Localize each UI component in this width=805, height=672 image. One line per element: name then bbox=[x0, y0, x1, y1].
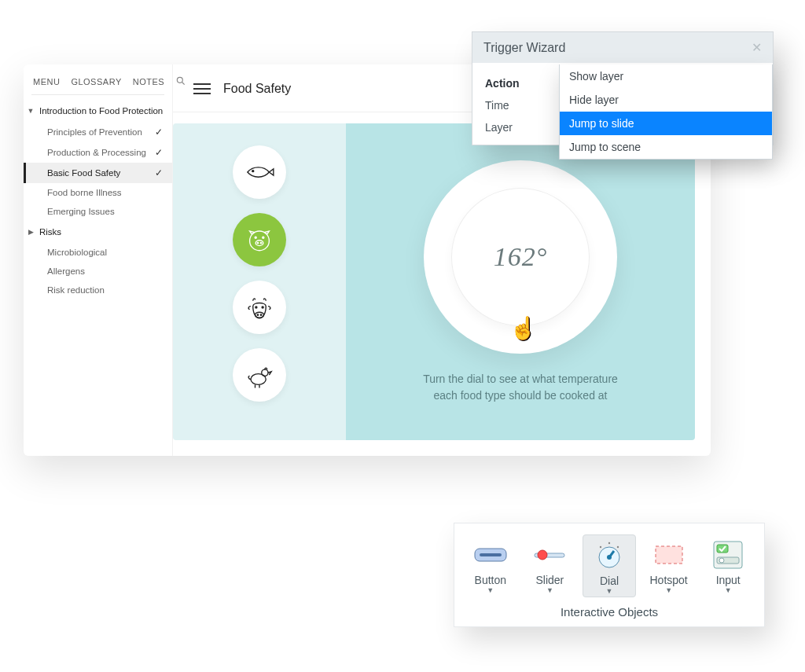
sidebar-item-label: Risk reduction bbox=[47, 285, 105, 295]
svg-rect-25 bbox=[656, 546, 682, 564]
action-option[interactable]: Hide layer bbox=[560, 88, 772, 112]
chevron-down-icon: ▼ bbox=[645, 586, 693, 594]
hint-line2: each food type should be cooked at bbox=[433, 389, 607, 402]
animal-chicken[interactable] bbox=[233, 348, 286, 402]
trigger-body: Action Time Layer Jump to slide ▼ Show l… bbox=[472, 63, 773, 145]
hand-cursor-icon: ☝ bbox=[509, 315, 537, 341]
sidebar-item[interactable]: Production & Processing ✓ bbox=[24, 142, 172, 163]
section-risks[interactable]: ▶ Risks bbox=[24, 221, 172, 243]
svg-point-12 bbox=[255, 307, 257, 308]
svg-point-8 bbox=[263, 237, 264, 238]
label-time: Time bbox=[485, 99, 559, 112]
sidebar-tabs: MENU GLOSSARY NOTES bbox=[24, 64, 172, 94]
chevron-right-icon: ▶ bbox=[27, 228, 35, 236]
toolbar-caption: Interactive Objects bbox=[464, 605, 755, 619]
hotspot-icon bbox=[645, 539, 693, 571]
fish-icon bbox=[242, 155, 277, 189]
tool-label: Slider bbox=[527, 574, 574, 586]
sidebar-item-label: Production & Processing bbox=[47, 148, 146, 157]
course-sidebar: MENU GLOSSARY NOTES ▼ Introduction to Fo… bbox=[24, 64, 173, 456]
svg-point-23 bbox=[600, 546, 601, 548]
tool-button[interactable]: Button ▼ bbox=[464, 534, 517, 597]
dial-hint: Turn the dial to see at what temperature… bbox=[423, 371, 618, 403]
slider-icon bbox=[527, 539, 574, 571]
check-icon: ✓ bbox=[155, 147, 163, 158]
chevron-down-icon: ▼ bbox=[704, 586, 752, 594]
tool-label: Input bbox=[704, 574, 752, 586]
svg-point-22 bbox=[608, 542, 610, 544]
pig-icon bbox=[242, 222, 277, 257]
sidebar-item-label: Principles of Prevention bbox=[47, 127, 142, 137]
check-icon: ✓ bbox=[155, 167, 163, 178]
sidebar-item[interactable]: Principles of Prevention ✓ bbox=[24, 122, 172, 142]
tool-label: Button bbox=[467, 574, 514, 586]
cow-icon bbox=[242, 290, 277, 325]
sidebar-item-label: Basic Food Safety bbox=[47, 168, 120, 178]
action-option[interactable]: Jump to scene bbox=[560, 135, 772, 159]
chevron-down-icon: ▼ bbox=[527, 586, 574, 594]
sidebar-item-label: Microbiological bbox=[47, 248, 107, 257]
animal-fish[interactable] bbox=[233, 145, 286, 199]
svg-point-24 bbox=[617, 546, 619, 548]
sidebar-item[interactable]: Microbiological bbox=[24, 243, 172, 262]
input-icon bbox=[704, 539, 752, 571]
trigger-field-labels: Action Time Layer bbox=[472, 72, 559, 134]
chicken-icon bbox=[242, 358, 277, 392]
tool-label: Hotspot bbox=[645, 574, 693, 586]
stage-body: 162° ☝ Turn the dial to see at what temp… bbox=[173, 123, 695, 440]
button-icon bbox=[467, 539, 514, 571]
dial-temperature: 162° bbox=[494, 242, 548, 272]
svg-point-11 bbox=[260, 314, 261, 315]
tab-glossary[interactable]: GLOSSARY bbox=[71, 77, 121, 86]
section-title: Introduction to Food Protection bbox=[39, 106, 163, 116]
check-icon: ✓ bbox=[155, 127, 163, 138]
tool-input[interactable]: Input ▼ bbox=[701, 534, 755, 597]
hamburger-icon[interactable] bbox=[193, 83, 211, 94]
chevron-down-icon: ▼ bbox=[27, 107, 35, 115]
tool-row: Button ▼ Slider ▼ Dial ▼ Hotspot ▼ bbox=[464, 534, 755, 597]
chevron-down-icon: ▼ bbox=[467, 586, 514, 594]
svg-rect-17 bbox=[480, 553, 502, 556]
sidebar-item-label: Food borne Illness bbox=[47, 188, 122, 197]
hint-line1: Turn the dial to see at what temperature bbox=[423, 373, 618, 385]
tab-menu[interactable]: MENU bbox=[33, 77, 60, 86]
svg-point-6 bbox=[260, 242, 261, 243]
section-title: Risks bbox=[39, 227, 61, 237]
sidebar-item[interactable]: Allergens bbox=[24, 262, 172, 281]
dial-inner: 162° bbox=[451, 188, 590, 326]
temperature-dial[interactable]: 162° ☝ bbox=[424, 160, 617, 354]
chevron-down-icon: ▼ bbox=[586, 587, 632, 595]
svg-point-13 bbox=[262, 307, 263, 308]
svg-point-5 bbox=[257, 242, 258, 243]
svg-point-7 bbox=[255, 237, 256, 238]
panel-title: Trigger Wizard bbox=[483, 41, 565, 55]
tool-dial[interactable]: Dial ▼ bbox=[583, 534, 636, 597]
sidebar-item-label: Allergens bbox=[47, 266, 85, 276]
sidebar-item[interactable]: Risk reduction bbox=[24, 281, 172, 299]
sidebar-item-label: Emerging Issues bbox=[47, 207, 115, 216]
animal-column bbox=[173, 123, 346, 440]
section-intro[interactable]: ▼ Introduction to Food Protection bbox=[24, 100, 172, 122]
animal-pig[interactable] bbox=[233, 213, 286, 266]
svg-point-2 bbox=[252, 171, 254, 172]
sidebar-item[interactable]: Emerging Issues bbox=[24, 202, 172, 221]
svg-point-21 bbox=[607, 555, 612, 560]
label-layer: Layer bbox=[485, 121, 559, 134]
trigger-wizard-titlebar: Trigger Wizard ✕ bbox=[472, 32, 773, 63]
action-option-highlighted[interactable]: Jump to slide bbox=[560, 112, 772, 135]
page-title: Food Safety bbox=[223, 82, 291, 96]
sidebar-item-active[interactable]: Basic Food Safety ✓ bbox=[24, 163, 172, 183]
animal-cow[interactable] bbox=[233, 281, 286, 334]
svg-point-29 bbox=[719, 558, 724, 563]
trigger-wizard-panel: Trigger Wizard ✕ Action Time Layer Jump … bbox=[472, 31, 774, 145]
close-icon[interactable]: ✕ bbox=[752, 40, 762, 55]
sidebar-item[interactable]: Food borne Illness bbox=[24, 183, 172, 202]
svg-point-10 bbox=[257, 314, 258, 315]
tool-slider[interactable]: Slider ▼ bbox=[524, 534, 577, 597]
sidebar-separator bbox=[31, 94, 164, 95]
dial-pane: 162° ☝ Turn the dial to see at what temp… bbox=[346, 123, 695, 440]
tab-notes[interactable]: NOTES bbox=[133, 77, 164, 86]
action-option[interactable]: Show layer bbox=[560, 64, 772, 88]
tool-hotspot[interactable]: Hotspot ▼ bbox=[642, 534, 696, 597]
action-dropdown: Show layer Hide layer Jump to slide Jump… bbox=[559, 64, 773, 160]
